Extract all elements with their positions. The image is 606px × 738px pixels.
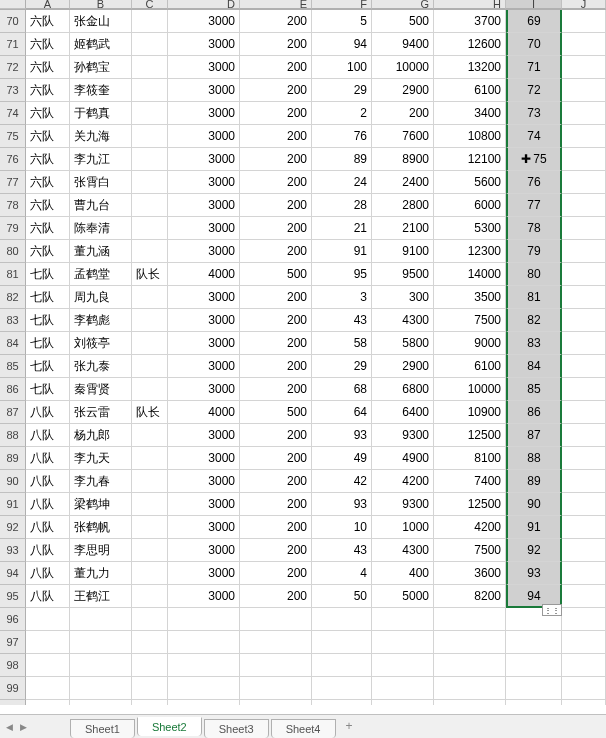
cell-H78[interactable]: 6000 <box>434 194 506 217</box>
cell-G78[interactable]: 2800 <box>372 194 434 217</box>
cell-B82[interactable]: 周九良 <box>70 286 132 309</box>
cell-I94[interactable]: 93 <box>506 562 562 585</box>
cell-J71[interactable] <box>562 33 606 56</box>
row-header[interactable]: 79 <box>0 217 26 240</box>
cell-F92[interactable]: 10 <box>312 516 372 539</box>
row-header[interactable]: 76 <box>0 148 26 171</box>
cell-J75[interactable] <box>562 125 606 148</box>
cell-E100[interactable] <box>240 700 312 705</box>
cell-B90[interactable]: 李九春 <box>70 470 132 493</box>
cell-F78[interactable]: 28 <box>312 194 372 217</box>
cell-D92[interactable]: 3000 <box>168 516 240 539</box>
cell-J77[interactable] <box>562 171 606 194</box>
row-header[interactable]: 95 <box>0 585 26 608</box>
cell-D80[interactable]: 3000 <box>168 240 240 263</box>
corner-cell[interactable] <box>0 0 26 9</box>
cell-C100[interactable] <box>132 700 168 705</box>
cell-I89[interactable]: 88 <box>506 447 562 470</box>
cell-A78[interactable]: 六队 <box>26 194 70 217</box>
cell-J82[interactable] <box>562 286 606 309</box>
cell-H93[interactable]: 7500 <box>434 539 506 562</box>
cell-J95[interactable] <box>562 585 606 608</box>
cell-E82[interactable]: 200 <box>240 286 312 309</box>
cell-H70[interactable]: 3700 <box>434 10 506 33</box>
cell-H72[interactable]: 13200 <box>434 56 506 79</box>
cell-A86[interactable]: 七队 <box>26 378 70 401</box>
cell-F72[interactable]: 100 <box>312 56 372 79</box>
cell-I98[interactable] <box>506 654 562 677</box>
cell-F83[interactable]: 43 <box>312 309 372 332</box>
cell-J86[interactable] <box>562 378 606 401</box>
row-header[interactable]: 70 <box>0 10 26 33</box>
cell-D71[interactable]: 3000 <box>168 33 240 56</box>
cell-I78[interactable]: 77 <box>506 194 562 217</box>
cell-F99[interactable] <box>312 677 372 700</box>
column-header-C[interactable]: C <box>132 0 168 9</box>
cell-G71[interactable]: 9400 <box>372 33 434 56</box>
cell-G87[interactable]: 6400 <box>372 401 434 424</box>
autofill-options-button[interactable]: ⋮⋮ <box>542 604 562 616</box>
cell-A81[interactable]: 七队 <box>26 263 70 286</box>
cell-A72[interactable]: 六队 <box>26 56 70 79</box>
cell-G77[interactable]: 2400 <box>372 171 434 194</box>
cell-E70[interactable]: 200 <box>240 10 312 33</box>
cell-C81[interactable]: 队长 <box>132 263 168 286</box>
row-header[interactable]: 86 <box>0 378 26 401</box>
cell-F79[interactable]: 21 <box>312 217 372 240</box>
cell-H80[interactable]: 12300 <box>434 240 506 263</box>
sheet-tab-sheet2[interactable]: Sheet2 <box>137 717 202 736</box>
cell-J70[interactable] <box>562 10 606 33</box>
cell-J98[interactable] <box>562 654 606 677</box>
cell-J97[interactable] <box>562 631 606 654</box>
cell-J87[interactable] <box>562 401 606 424</box>
column-header-B[interactable]: B <box>70 0 132 9</box>
cell-C88[interactable] <box>132 424 168 447</box>
cell-J85[interactable] <box>562 355 606 378</box>
cell-B89[interactable]: 李九天 <box>70 447 132 470</box>
cell-F90[interactable]: 42 <box>312 470 372 493</box>
cell-D78[interactable]: 3000 <box>168 194 240 217</box>
cell-H98[interactable] <box>434 654 506 677</box>
cell-A76[interactable]: 六队 <box>26 148 70 171</box>
cell-D72[interactable]: 3000 <box>168 56 240 79</box>
row-header[interactable]: 82 <box>0 286 26 309</box>
cell-A98[interactable] <box>26 654 70 677</box>
cell-I92[interactable]: 91 <box>506 516 562 539</box>
cell-C79[interactable] <box>132 217 168 240</box>
cell-A95[interactable]: 八队 <box>26 585 70 608</box>
cell-B76[interactable]: 李九江 <box>70 148 132 171</box>
cell-C73[interactable] <box>132 79 168 102</box>
cell-B81[interactable]: 孟鹤堂 <box>70 263 132 286</box>
cell-B71[interactable]: 姬鹤武 <box>70 33 132 56</box>
cell-J94[interactable] <box>562 562 606 585</box>
cell-D75[interactable]: 3000 <box>168 125 240 148</box>
cell-F89[interactable]: 49 <box>312 447 372 470</box>
cell-B88[interactable]: 杨九郎 <box>70 424 132 447</box>
cell-H91[interactable]: 12500 <box>434 493 506 516</box>
cell-A75[interactable]: 六队 <box>26 125 70 148</box>
cell-F73[interactable]: 29 <box>312 79 372 102</box>
cell-A82[interactable]: 七队 <box>26 286 70 309</box>
cell-B95[interactable]: 王鹤江 <box>70 585 132 608</box>
cell-C85[interactable] <box>132 355 168 378</box>
cell-E88[interactable]: 200 <box>240 424 312 447</box>
cell-H71[interactable]: 12600 <box>434 33 506 56</box>
cell-C94[interactable] <box>132 562 168 585</box>
row-header[interactable]: 71 <box>0 33 26 56</box>
cell-G99[interactable] <box>372 677 434 700</box>
cell-B70[interactable]: 张金山 <box>70 10 132 33</box>
cell-G98[interactable] <box>372 654 434 677</box>
cell-F100[interactable] <box>312 700 372 705</box>
spreadsheet-grid[interactable]: ABCDEFGHIJ 70六队张金山3000200550037006971六队姬… <box>0 0 606 705</box>
cell-B78[interactable]: 曹九台 <box>70 194 132 217</box>
cell-G83[interactable]: 4300 <box>372 309 434 332</box>
column-header-G[interactable]: G <box>372 0 434 9</box>
sheet-tab-sheet1[interactable]: Sheet1 <box>70 719 135 738</box>
cell-E72[interactable]: 200 <box>240 56 312 79</box>
cell-C92[interactable] <box>132 516 168 539</box>
cell-C91[interactable] <box>132 493 168 516</box>
cell-C96[interactable] <box>132 608 168 631</box>
cell-C78[interactable] <box>132 194 168 217</box>
cell-G85[interactable]: 2900 <box>372 355 434 378</box>
cell-H92[interactable]: 4200 <box>434 516 506 539</box>
